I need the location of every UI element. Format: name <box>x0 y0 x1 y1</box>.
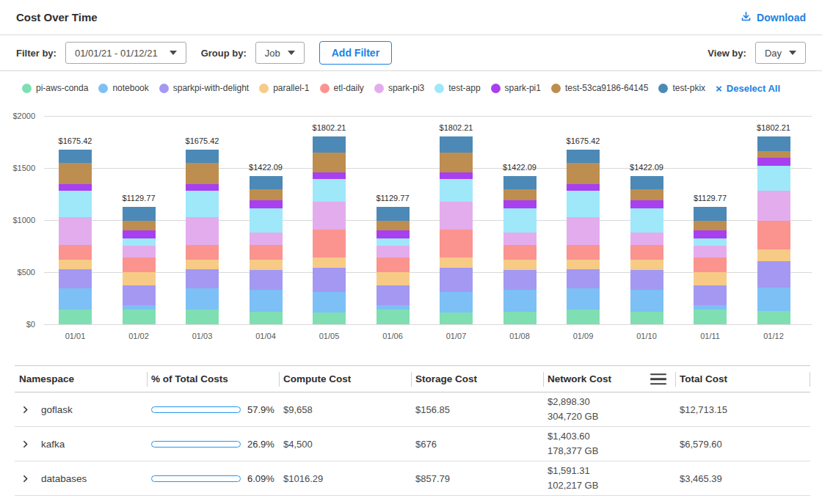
group-by-select[interactable]: Job <box>255 42 305 64</box>
stacked-bar-01/07[interactable] <box>440 136 473 324</box>
bar-segment-spark-pi1[interactable] <box>440 172 473 179</box>
bar-segment-spark-pi1[interactable] <box>377 230 410 238</box>
bar-segment-notebook[interactable] <box>440 292 473 313</box>
bar-segment-pi-aws-conda[interactable] <box>567 310 600 324</box>
bar-segment-sparkpi-with-delight[interactable] <box>503 270 537 291</box>
column-header-compute-cost[interactable]: Compute Cost <box>279 366 411 392</box>
bar-segment-test-app[interactable] <box>694 238 727 246</box>
bar-segment-parallel-1[interactable] <box>503 260 537 270</box>
bar-segment-spark-pi3[interactable] <box>250 233 283 245</box>
bar-segment-sparkpi-with-delight[interactable] <box>313 268 346 292</box>
bar-segment-test-53ca9186-64145[interactable] <box>630 189 663 200</box>
bar-segment-pi-aws-conda[interactable] <box>630 312 663 324</box>
bar-segment-spark-pi3[interactable] <box>567 217 600 245</box>
bar-segment-spark-pi1[interactable] <box>694 230 727 238</box>
bar-segment-test-pkix[interactable] <box>186 150 219 163</box>
bar-segment-test-app[interactable] <box>440 179 473 202</box>
column-menu-icon[interactable] <box>650 373 666 385</box>
bar-segment-parallel-1[interactable] <box>440 258 473 268</box>
bar-segment-test-pkix[interactable] <box>59 150 92 163</box>
bar-segment-test-pkix[interactable] <box>377 207 410 221</box>
bar-segment-pi-aws-conda[interactable] <box>377 310 410 324</box>
bar-segment-test-app[interactable] <box>757 166 790 191</box>
add-filter-button[interactable]: Add Filter <box>319 41 392 65</box>
bar-segment-test-pkix[interactable] <box>250 176 283 189</box>
bar-segment-parallel-1[interactable] <box>250 260 283 270</box>
bar-segment-test-app[interactable] <box>59 191 92 217</box>
legend-item-pi-aws-conda[interactable]: pi-aws-conda <box>22 83 88 93</box>
bar-segment-spark-pi1[interactable] <box>630 200 663 208</box>
stacked-bar-01/08[interactable] <box>503 176 537 324</box>
bar-segment-parallel-1[interactable] <box>567 260 600 269</box>
bar-segment-test-53ca9186-64145[interactable] <box>757 151 790 158</box>
bar-segment-test-53ca9186-64145[interactable] <box>377 221 410 231</box>
bar-segment-spark-pi1[interactable] <box>567 184 600 191</box>
date-range-select[interactable]: 01/01/21 - 01/12/21 <box>65 42 186 64</box>
bar-segment-pi-aws-conda[interactable] <box>123 310 156 324</box>
bar-segment-test-53ca9186-64145[interactable] <box>313 153 346 172</box>
bar-segment-spark-pi1[interactable] <box>250 200 283 208</box>
bar-segment-etl-daily[interactable] <box>250 245 283 260</box>
stacked-bar-01/05[interactable] <box>313 136 346 324</box>
bar-segment-parallel-1[interactable] <box>186 260 219 269</box>
bar-segment-etl-daily[interactable] <box>186 245 219 260</box>
bar-segment-test-app[interactable] <box>630 208 663 233</box>
bar-segment-pi-aws-conda[interactable] <box>313 313 346 324</box>
legend-item-spark-pi1[interactable]: spark-pi1 <box>491 83 541 93</box>
column-header-storage-cost[interactable]: Storage Cost <box>411 366 543 392</box>
bar-segment-etl-daily[interactable] <box>567 245 600 260</box>
bar-segment-sparkpi-with-delight[interactable] <box>694 285 727 305</box>
bar-segment-test-pkix[interactable] <box>757 136 790 151</box>
bar-segment-notebook[interactable] <box>59 288 92 310</box>
bar-segment-test-53ca9186-64145[interactable] <box>567 163 600 184</box>
stacked-bar-01/09[interactable] <box>567 150 600 324</box>
bar-segment-test-app[interactable] <box>186 191 219 217</box>
bar-segment-parallel-1[interactable] <box>630 260 663 270</box>
column-header-total-cost[interactable]: Total Cost <box>675 366 810 392</box>
column-header-network-cost[interactable]: Network Cost <box>543 366 675 392</box>
bar-segment-etl-daily[interactable] <box>123 258 156 272</box>
bar-segment-spark-pi3[interactable] <box>377 246 410 258</box>
bar-segment-test-pkix[interactable] <box>440 136 473 153</box>
bar-segment-spark-pi3[interactable] <box>313 202 346 230</box>
bar-segment-spark-pi3[interactable] <box>503 233 537 245</box>
bar-segment-sparkpi-with-delight[interactable] <box>123 285 156 305</box>
bar-segment-sparkpi-with-delight[interactable] <box>440 268 473 292</box>
bar-segment-sparkpi-with-delight[interactable] <box>250 270 283 291</box>
stacked-bar-01/01[interactable] <box>59 150 92 324</box>
bar-segment-test-app[interactable] <box>503 208 537 233</box>
bar-segment-pi-aws-conda[interactable] <box>757 311 790 324</box>
bar-segment-sparkpi-with-delight[interactable] <box>757 261 790 288</box>
bar-segment-test-pkix[interactable] <box>503 176 537 189</box>
bar-segment-parallel-1[interactable] <box>123 272 156 285</box>
bar-segment-test-app[interactable] <box>377 238 410 246</box>
bar-segment-test-pkix[interactable] <box>630 176 663 189</box>
bar-segment-sparkpi-with-delight[interactable] <box>186 269 219 288</box>
bar-segment-notebook[interactable] <box>630 290 663 312</box>
stacked-bar-01/10[interactable] <box>630 176 663 324</box>
bar-segment-etl-daily[interactable] <box>313 230 346 258</box>
stacked-bar-01/04[interactable] <box>250 176 283 324</box>
bar-segment-etl-daily[interactable] <box>503 245 537 260</box>
deselect-all-button[interactable]: × Deselect All <box>716 83 780 94</box>
bar-segment-sparkpi-with-delight[interactable] <box>630 270 663 291</box>
legend-item-sparkpi-with-delight[interactable]: sparkpi-with-delight <box>159 83 249 93</box>
bar-segment-spark-pi3[interactable] <box>757 191 790 221</box>
bar-segment-spark-pi3[interactable] <box>123 246 156 258</box>
bar-segment-parallel-1[interactable] <box>59 260 92 269</box>
bar-segment-parallel-1[interactable] <box>694 272 727 285</box>
legend-item-etl-daily[interactable]: etl-daily <box>320 83 364 93</box>
bar-segment-pi-aws-conda[interactable] <box>440 313 473 324</box>
bar-segment-notebook[interactable] <box>186 288 219 310</box>
legend-item-parallel-1[interactable]: parallel-1 <box>259 83 309 93</box>
bar-segment-test-53ca9186-64145[interactable] <box>503 189 537 200</box>
bar-segment-sparkpi-with-delight[interactable] <box>377 285 410 305</box>
bar-segment-spark-pi1[interactable] <box>757 158 790 166</box>
stacked-bar-01/12[interactable] <box>757 136 790 324</box>
legend-item-test-app[interactable]: test-app <box>434 83 480 93</box>
bar-segment-spark-pi3[interactable] <box>59 217 92 245</box>
stacked-bar-01/11[interactable] <box>694 207 727 324</box>
bar-segment-test-app[interactable] <box>250 208 283 233</box>
bar-segment-test-53ca9186-64145[interactable] <box>440 153 473 172</box>
legend-item-test-pkix[interactable]: test-pkix <box>658 83 705 93</box>
